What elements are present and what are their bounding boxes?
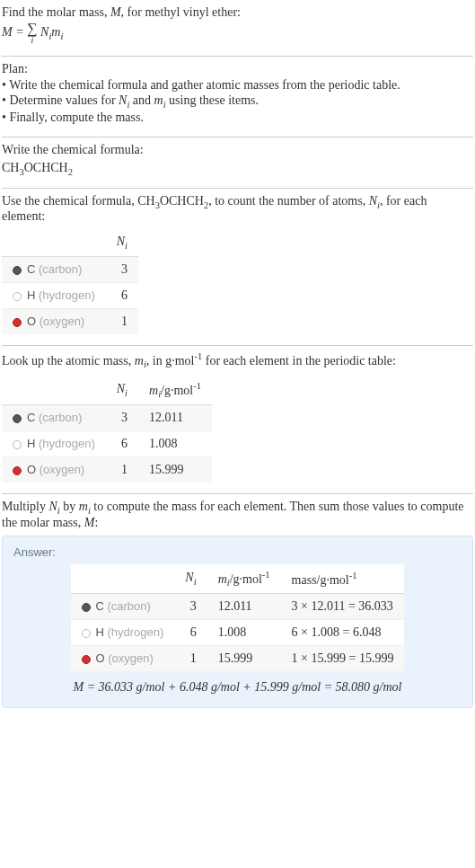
multiply-section: Multiply Ni by mi to compute the mass fo… xyxy=(2,498,473,715)
divider xyxy=(2,188,473,189)
intro-equation: M = ∑i Nimi xyxy=(2,22,473,45)
count-text: Use the chemical formula, CH3OCHCH2, to … xyxy=(2,194,473,225)
element-cell: H (hydrogen) xyxy=(71,620,175,646)
eq-lhs: M xyxy=(2,25,13,39)
plan-section: Plan: • Write the chemical formula and g… xyxy=(2,60,473,133)
n-cell: 3 xyxy=(106,405,138,431)
table-row: H (hydrogen) 6 1.008 6 × 1.008 = 6.048 xyxy=(71,620,405,646)
n-cell: 1 xyxy=(174,646,207,672)
answer-table: Ni mi/g·mol-1 mass/g·mol-1 C (carbon) 3 … xyxy=(71,564,405,671)
n-cell: 6 xyxy=(174,620,207,646)
element-dot-icon xyxy=(13,292,22,301)
chemical-formula: CH3OCHCH2 xyxy=(2,161,473,177)
header-N: Ni xyxy=(106,229,138,256)
eq-N: N xyxy=(40,25,48,39)
m-cell: 1.008 xyxy=(207,620,281,646)
header-blank xyxy=(2,229,106,256)
eq-equals: = xyxy=(15,25,27,39)
calc-cell: 6 × 1.008 = 6.048 xyxy=(281,620,405,646)
mass-table: Ni mi/g·mol-1 C (carbon) 3 12.011 H (hyd… xyxy=(2,376,212,483)
plan-item-3: • Finally, compute the mass. xyxy=(2,111,473,125)
element-cell: O (oxygen) xyxy=(2,457,106,483)
element-cell: C (carbon) xyxy=(2,405,106,431)
table-header-row: Ni xyxy=(2,229,138,256)
plan-item-1: • Write the chemical formula and gather … xyxy=(2,78,473,93)
header-blank xyxy=(71,564,175,594)
header-mass: mass/g·mol-1 xyxy=(281,564,405,594)
m-cell: 12.011 xyxy=(207,594,281,620)
table-row: O (oxygen) 1 xyxy=(2,309,138,335)
divider xyxy=(2,137,473,137)
multiply-text: Multiply Ni by mi to compute the mass fo… xyxy=(2,500,473,530)
element-cell: C (carbon) xyxy=(2,257,106,283)
element-dot-icon xyxy=(13,414,22,423)
n-cell: 6 xyxy=(106,283,138,309)
element-dot-icon xyxy=(82,655,91,664)
element-cell: O (oxygen) xyxy=(71,646,175,672)
table-row: O (oxygen) 1 15.999 1 × 15.999 = 15.999 xyxy=(71,646,405,672)
element-cell: C (carbon) xyxy=(71,594,175,620)
header-N: Ni xyxy=(106,376,138,405)
element-dot-icon xyxy=(13,318,22,327)
table-row: C (carbon) 3 12.011 3 × 12.011 = 36.033 xyxy=(71,594,405,620)
header-m: mi/g·mol-1 xyxy=(138,376,212,405)
formula-title: Write the chemical formula: xyxy=(2,143,473,157)
eq-m-sub: i xyxy=(60,31,63,41)
header-N: Ni xyxy=(174,564,207,594)
element-cell: H (hydrogen) xyxy=(2,431,106,457)
element-dot-icon xyxy=(13,440,22,449)
element-cell: O (oxygen) xyxy=(2,309,106,335)
n-cell: 1 xyxy=(106,309,138,335)
header-m: mi/g·mol-1 xyxy=(207,564,281,594)
table-header-row: Ni mi/g·mol-1 xyxy=(2,376,212,405)
divider xyxy=(2,345,473,346)
intro-pre: Find the molar mass, xyxy=(2,5,110,19)
intro-section: Find the molar mass, M, for methyl vinyl… xyxy=(2,4,473,52)
table-row: H (hydrogen) 6 1.008 xyxy=(2,431,212,457)
n-cell: 3 xyxy=(106,257,138,283)
answer-label: Answer: xyxy=(13,545,462,559)
table-row: O (oxygen) 1 15.999 xyxy=(2,457,212,483)
calc-cell: 3 × 12.011 = 36.033 xyxy=(281,594,405,620)
answer-box: Answer: Ni mi/g·mol-1 mass/g·mol-1 C (ca… xyxy=(2,536,473,708)
divider xyxy=(2,56,473,57)
m-cell: 12.011 xyxy=(138,405,212,431)
calc-cell: 1 × 15.999 = 15.999 xyxy=(281,646,405,672)
sum-symbol: ∑i xyxy=(27,22,37,45)
eq-m: m xyxy=(51,25,60,39)
element-dot-icon xyxy=(13,466,22,475)
table-row: H (hydrogen) 6 xyxy=(2,283,138,309)
plan-title: Plan: xyxy=(2,62,473,76)
plan-item-2: • Determine values for Ni and mi using t… xyxy=(2,93,473,110)
count-table: Ni C (carbon) 3 H (hydrogen) 6 O (oxygen… xyxy=(2,229,138,334)
n-cell: 3 xyxy=(174,594,207,620)
count-section: Use the chemical formula, CH3OCHCH2, to … xyxy=(2,192,473,342)
plan-list: • Write the chemical formula and gather … xyxy=(2,78,473,125)
element-dot-icon xyxy=(82,603,91,612)
element-cell: H (hydrogen) xyxy=(2,283,106,309)
final-equation: M = 36.033 g/mol + 6.048 g/mol + 15.999 … xyxy=(13,680,462,695)
n-cell: 6 xyxy=(106,431,138,457)
m-cell: 1.008 xyxy=(138,431,212,457)
n-cell: 1 xyxy=(106,457,138,483)
formula-section: Write the chemical formula: CH3OCHCH2 xyxy=(2,141,473,184)
mass-section: Look up the atomic mass, mi, in g·mol-1 … xyxy=(2,350,473,490)
intro-var-M: M xyxy=(110,5,121,19)
mass-text: Look up the atomic mass, mi, in g·mol-1 … xyxy=(2,351,473,369)
m-cell: 15.999 xyxy=(207,646,281,672)
table-header-row: Ni mi/g·mol-1 mass/g·mol-1 xyxy=(71,564,405,594)
intro-post: , for methyl vinyl ether: xyxy=(121,5,241,19)
element-dot-icon xyxy=(13,266,22,275)
table-row: C (carbon) 3 12.011 xyxy=(2,405,212,431)
element-dot-icon xyxy=(82,629,91,638)
intro-line: Find the molar mass, M, for methyl vinyl… xyxy=(2,5,473,20)
divider xyxy=(2,493,473,494)
header-blank xyxy=(2,376,106,405)
m-cell: 15.999 xyxy=(138,457,212,483)
table-row: C (carbon) 3 xyxy=(2,257,138,283)
